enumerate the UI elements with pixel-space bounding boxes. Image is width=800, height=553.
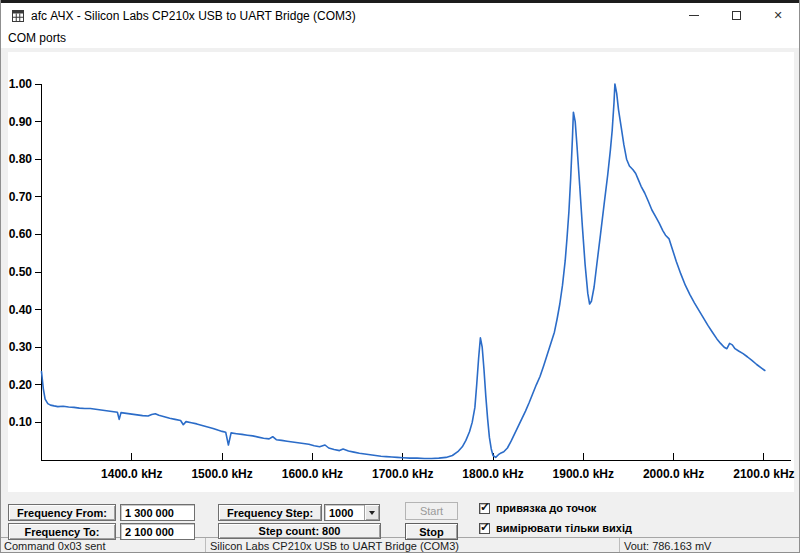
svg-text:0.10: 0.10 [9,415,33,429]
svg-text:1700.0 kHz: 1700.0 kHz [372,467,433,481]
svg-text:0.20: 0.20 [9,378,33,392]
menu-com-ports[interactable]: COM ports [1,29,73,47]
snap-to-points-label: привязка до точок [496,502,596,514]
svg-text:1600.0 kHz: 1600.0 kHz [282,467,343,481]
svg-text:0.40: 0.40 [9,303,33,317]
svg-text:0.30: 0.30 [9,340,33,354]
measure-output-only-checkbox-row[interactable]: ✓ вимірювати тільки вихід [479,522,632,534]
close-icon: ✕ [773,10,782,21]
status-device: Silicon Labs CP210x USB to UART Bridge (… [205,538,619,553]
minimize-icon [689,15,699,16]
snap-to-points-checkbox[interactable]: ✓ [479,503,490,514]
title-bar: afc АЧХ - Silicon Labs CP210x USB to UAR… [1,3,799,28]
maximize-button[interactable] [715,3,757,28]
svg-text:1900.0 kHz: 1900.0 kHz [553,467,614,481]
frequency-to-input[interactable] [120,523,195,540]
svg-text:1500.0 kHz: 1500.0 kHz [191,467,252,481]
window-controls: ✕ [673,3,799,28]
svg-text:0.60: 0.60 [9,227,33,241]
chart-panel: 1400.0 kHz1500.0 kHz1600.0 kHz1700.0 kHz… [1,48,800,492]
svg-text:0.70: 0.70 [9,190,33,204]
svg-text:2000.0 kHz: 2000.0 kHz [643,467,704,481]
svg-text:1800.0 kHz: 1800.0 kHz [462,467,523,481]
snap-to-points-checkbox-row[interactable]: ✓ привязка до точок [479,502,596,514]
app-window: afc АЧХ - Silicon Labs CP210x USB to UAR… [0,0,800,553]
afc-chart-svg: 1400.0 kHz1500.0 kHz1600.0 kHz1700.0 kHz… [1,48,800,492]
frequency-step-combobox[interactable]: 1000 [324,504,380,521]
frequency-to-button[interactable]: Frequency To: [8,523,116,540]
svg-text:0.80: 0.80 [9,152,33,166]
measure-output-only-checkbox[interactable]: ✓ [479,523,490,534]
frequency-step-button[interactable]: Frequency Step: [218,504,322,521]
checkmark-icon: ✓ [480,521,490,533]
minimize-button[interactable] [673,3,715,28]
svg-text:2100.0 kHz: 2100.0 kHz [733,467,794,481]
app-icon [12,10,24,22]
svg-text:1400.0 kHz: 1400.0 kHz [101,467,162,481]
maximize-icon [732,11,741,20]
frequency-step-value: 1000 [325,507,364,519]
svg-text:0.50: 0.50 [9,265,33,279]
menu-bar: COM ports [1,28,799,48]
controls-panel: Frequency From: Frequency To: Frequency … [1,492,800,537]
frequency-from-input[interactable] [120,504,195,521]
checkmark-icon: ✓ [480,501,490,513]
window-title: afc АЧХ - Silicon Labs CP210x USB to UAR… [31,9,673,23]
svg-text:1.00: 1.00 [9,77,33,91]
chevron-down-icon [369,511,375,515]
close-button[interactable]: ✕ [757,3,799,28]
stop-button[interactable]: Stop [405,523,458,540]
svg-text:0.90: 0.90 [9,115,33,129]
frequency-from-button[interactable]: Frequency From: [8,504,116,521]
status-vout: Vout: 786.163 mV [619,538,800,553]
start-button[interactable]: Start [405,502,458,520]
combo-dropdown-button[interactable] [364,505,379,520]
measure-output-only-label: вимірювати тільки вихід [496,522,632,534]
step-count-button[interactable]: Step count: 800 [218,523,381,539]
status-command: Command 0x03 sent [1,538,205,553]
